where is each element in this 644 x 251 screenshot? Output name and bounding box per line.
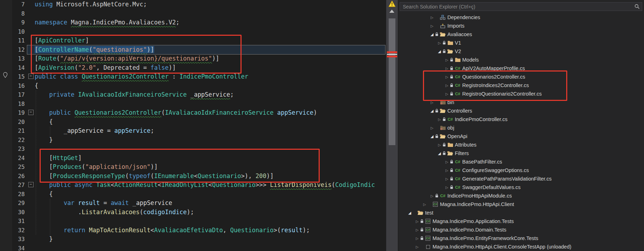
code-text: { — [35, 118, 386, 127]
code-line-33[interactable]: 33 } — [0, 235, 386, 244]
tree-item-magna-indicepmo-domain-tests[interactable]: ▷C#Magna.IndicePmo.Domain.Tests — [398, 226, 644, 234]
tree-item-openapi[interactable]: ◢OpenApi — [398, 132, 644, 141]
tree-item-registroindices2controller-cs[interactable]: ▷C#RegistroIndices2Controller.cs — [398, 81, 644, 90]
code-line-17[interactable]: 17 private IAvaliacaoIdxFinanceiroServic… — [0, 90, 386, 99]
tree-item-questionarios2controller-cs[interactable]: ▷C#Questionarios2Controller.cs — [398, 73, 644, 81]
code-line-27[interactable]: 27− public async Task<ActionResult<IRead… — [0, 181, 386, 190]
chevron-expanded-icon[interactable]: ◢ — [429, 109, 435, 113]
scrollbar-thumb[interactable] — [389, 18, 395, 145]
tree-item-swaggerdefaultvalues-cs[interactable]: ▷C#SwaggerDefaultValues.cs — [398, 183, 644, 192]
code-line-29[interactable]: 29 var result = await _appService — [0, 199, 386, 208]
code-line-28[interactable]: 28 { — [0, 190, 386, 199]
tree-item-avaliacoes[interactable]: ◢Avaliacoes — [398, 30, 644, 39]
code-line-8[interactable]: 8 — [0, 9, 386, 18]
chevron-collapsed-icon[interactable]: ▷ — [414, 236, 420, 240]
tree-item-controllers[interactable]: ◢Controllers — [398, 107, 644, 115]
chevron-collapsed-icon[interactable]: ▷ — [429, 24, 435, 28]
tree-item-attributes[interactable]: ▷Attributes — [398, 141, 644, 149]
code-line-30[interactable]: 30 .ListarAvaliacoes(codigoIndice); — [0, 208, 386, 217]
tree-item-basepathfilter-cs[interactable]: ▷C#BasePathFilter.cs — [398, 158, 644, 166]
tree-item-generatepathparamsvalidationfilter-cs[interactable]: ▷C#GeneratePathParamsValidationFilter.cs — [398, 175, 644, 183]
chevron-collapsed-icon[interactable]: ▷ — [414, 245, 420, 249]
code-line-32[interactable]: 32 return MapToActionResult<AvaliacaoEfe… — [0, 226, 386, 235]
chevron-expanded-icon[interactable]: ◢ — [407, 211, 413, 215]
tree-item-magna-indicepmo-httpapi-client[interactable]: ▷C#Magna.IndicePmo.HttpApi.Client — [398, 200, 644, 209]
vertical-scrollbar[interactable] — [386, 0, 398, 251]
code-line-10[interactable]: 10 — [0, 27, 386, 36]
code-line-24[interactable]: 24 [HttpGet] — [0, 154, 386, 163]
chevron-expanded-icon[interactable]: ◢ — [436, 49, 442, 54]
tree-item-indicepmocontroller-cs[interactable]: ▷C#IndicePmoController.cs — [398, 115, 644, 124]
chevron-collapsed-icon[interactable]: ▷ — [444, 177, 450, 181]
code-line-16[interactable]: 16{ — [0, 81, 386, 91]
warning-triangle-icon[interactable] — [388, 0, 396, 8]
search-icon[interactable] — [634, 4, 640, 11]
chevron-collapsed-icon[interactable]: ▷ — [444, 169, 450, 172]
chevron-expanded-icon[interactable]: ◢ — [429, 134, 435, 139]
tree-item-magna-indicepmo-httpapi-client-consoletestapp-unloaded[interactable]: ▷Magna.IndicePmo.HttpApi.Client.ConsoleT… — [398, 243, 644, 251]
chevron-collapsed-icon[interactable]: ▷ — [414, 228, 420, 232]
tree-item-magna-indicepmo-entityframeworkcore-tests[interactable]: ▷C#Magna.IndicePmo.EntityFrameworkCore.T… — [398, 234, 644, 243]
fold-collapse-icon[interactable]: − — [27, 108, 35, 118]
tree-item-bin[interactable]: ▷bin — [398, 98, 644, 107]
chevron-collapsed-icon[interactable]: ▷ — [444, 160, 450, 164]
code-line-25[interactable]: 25 [Produces("application/json")] — [0, 162, 386, 172]
chevron-collapsed-icon[interactable]: ▷ — [444, 67, 450, 70]
chevron-collapsed-icon[interactable]: ▷ — [429, 194, 435, 198]
chevron-collapsed-icon[interactable]: ▷ — [444, 75, 450, 79]
chevron-collapsed-icon[interactable]: ▷ — [414, 219, 420, 223]
code-line-31[interactable]: 31 — [0, 217, 386, 226]
scrollbar-up-arrow[interactable] — [389, 10, 394, 13]
code-line-21[interactable]: 21 _appService = appService; — [0, 126, 386, 136]
code-line-9[interactable]: 9namespace Magna.IndicePmo.Avaliacoes.V2… — [0, 18, 386, 27]
tree-item-obj[interactable]: ▷obj — [398, 124, 644, 132]
code-line-34[interactable]: 34 — [0, 244, 386, 251]
chevron-expanded-icon[interactable]: ◢ — [429, 32, 435, 37]
line-number: 27 — [0, 181, 27, 190]
fold-collapse-icon[interactable]: − — [27, 181, 35, 190]
tree-item-registroquestionario2controller-cs[interactable]: ▷C#RegistroQuestionario2Controller.cs — [398, 90, 644, 98]
code-line-22[interactable]: 22 } — [0, 136, 386, 145]
chevron-collapsed-icon[interactable]: ▷ — [444, 84, 450, 87]
code-line-15[interactable]: 15−public class Questionarios2Controller… — [0, 72, 386, 81]
tree-item-dependencies[interactable]: ▷Dependencies — [398, 13, 644, 22]
code-line-19[interactable]: 19− public Questionarios2Controller(IAva… — [0, 108, 386, 118]
tree-item-imports[interactable]: ▷Imports — [398, 22, 644, 30]
search-input[interactable] — [400, 2, 642, 11]
code-text — [35, 9, 386, 18]
code-line-26[interactable]: 26 [ProducesResponseType(typeof(IEnumera… — [0, 172, 386, 181]
chevron-collapsed-icon[interactable]: ▷ — [444, 92, 450, 96]
tree-item-test[interactable]: ◢test — [398, 209, 644, 217]
chevron-collapsed-icon[interactable]: ▷ — [429, 101, 435, 104]
tree-item-v2[interactable]: ◢V2 — [398, 47, 644, 56]
chevron-collapsed-icon[interactable]: ▷ — [436, 143, 442, 147]
chevron-collapsed-icon[interactable]: ▷ — [436, 41, 442, 45]
code-line-14[interactable]: 14[ApiVersion("2.0", Deprecated = false)… — [0, 63, 386, 73]
fold-spacer — [27, 136, 35, 145]
code-line-12[interactable]: 12[ControllerName("questionarios")] — [0, 45, 386, 55]
tree-item-configureswaggeroptions-cs[interactable]: ▷C#ConfigureSwaggerOptions.cs — [398, 166, 644, 175]
chevron-collapsed-icon[interactable]: ▷ — [444, 58, 450, 62]
code-line-7[interactable]: 7using Microsoft.AspNetCore.Mvc; — [0, 0, 386, 9]
code-line-20[interactable]: 20 { — [0, 118, 386, 127]
chevron-collapsed-icon[interactable]: ▷ — [429, 126, 435, 130]
margin-pin-icon[interactable] — [2, 72, 8, 80]
code-editor[interactable]: 7using Microsoft.AspNetCore.Mvc;89namesp… — [0, 0, 386, 251]
code-line-13[interactable]: 13[Route("/api/v{version:apiVersion}/que… — [0, 54, 386, 63]
tree-item-indicepmohttpapimodule-cs[interactable]: ▷C#IndicePmoHttpApiModule.cs — [398, 192, 644, 200]
tree-item-apiv2automapperprofile-cs[interactable]: ▷C#ApiV2AutoMapperProfile.cs — [398, 64, 644, 73]
tree-item-models[interactable]: ▷Models — [398, 56, 644, 64]
fold-collapse-icon[interactable]: − — [27, 72, 35, 81]
tree-item-v1[interactable]: ▷V1 — [398, 39, 644, 47]
code-line-18[interactable]: 18 — [0, 99, 386, 109]
chevron-expanded-icon[interactable]: ◢ — [436, 151, 442, 156]
chevron-collapsed-icon[interactable]: ▷ — [429, 16, 435, 19]
fold-spacer — [27, 9, 35, 18]
code-line-11[interactable]: 11[ApiController] — [0, 36, 386, 45]
tree-item-magna-indicepmo-application-tests[interactable]: ▷C#Magna.IndicePmo.Application.Tests — [398, 217, 644, 226]
chevron-collapsed-icon[interactable]: ▷ — [444, 186, 450, 189]
chevron-collapsed-icon[interactable]: ▷ — [422, 202, 428, 206]
chevron-collapsed-icon[interactable]: ▷ — [436, 118, 442, 121]
tree-item-filters[interactable]: ◢Filters — [398, 149, 644, 158]
code-line-23[interactable]: 23 — [0, 144, 386, 154]
